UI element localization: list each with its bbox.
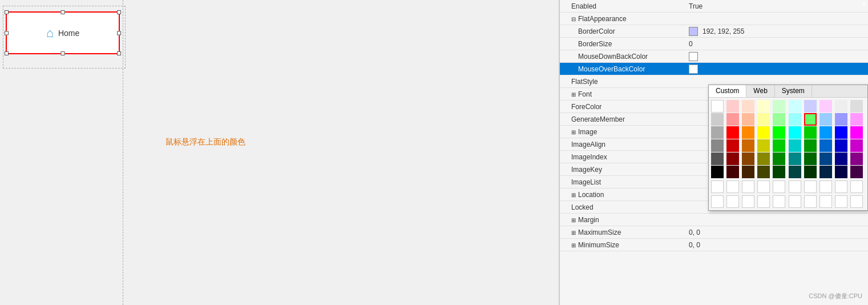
color-cell[interactable] — [726, 126, 739, 139]
color-cell[interactable] — [835, 166, 847, 178]
handle-tr[interactable] — [117, 10, 121, 14]
color-cell[interactable] — [711, 152, 724, 165]
empty-color-cell[interactable] — [804, 195, 817, 208]
handle-bl[interactable] — [5, 51, 9, 55]
color-cell[interactable] — [789, 126, 801, 139]
expand-plus-location-icon[interactable]: ⊞ — [571, 192, 577, 198]
color-cell[interactable] — [804, 166, 817, 178]
color-cell[interactable] — [850, 152, 863, 165]
color-cell[interactable] — [711, 166, 724, 178]
prop-row-bordersize[interactable]: BorderSize 0 — [560, 38, 868, 50]
empty-color-cell[interactable] — [711, 195, 724, 208]
dropdown-arrow-icon[interactable]: ▼ — [861, 1, 867, 7]
empty-color-cell[interactable] — [773, 195, 785, 208]
tab-web[interactable]: Web — [746, 85, 774, 97]
color-cell[interactable] — [835, 126, 847, 139]
color-cell[interactable] — [835, 139, 847, 152]
empty-color-cell[interactable] — [726, 195, 739, 208]
color-cell[interactable] — [804, 126, 817, 139]
empty-color-cell[interactable] — [757, 195, 770, 208]
color-cell[interactable] — [742, 139, 754, 152]
color-cell[interactable] — [711, 100, 724, 113]
expand-minus-icon[interactable]: ⊟ — [571, 16, 577, 22]
color-cell[interactable] — [804, 152, 817, 165]
empty-color-cell[interactable] — [726, 180, 739, 193]
tab-custom[interactable]: Custom — [709, 85, 746, 97]
color-cell[interactable] — [726, 100, 739, 113]
expand-plus-margin-icon[interactable]: ⊞ — [571, 217, 577, 223]
color-cell[interactable] — [789, 139, 801, 152]
color-cell[interactable] — [742, 166, 754, 178]
color-cell[interactable] — [726, 113, 739, 126]
color-cell[interactable] — [742, 126, 754, 139]
handle-ml[interactable] — [5, 31, 9, 35]
color-cell[interactable] — [726, 166, 739, 178]
prop-row-mouseoverbackcolor[interactable]: MouseOverBackColor ▼ — [560, 63, 868, 75]
color-cell[interactable] — [757, 139, 770, 152]
color-cell[interactable] — [850, 126, 863, 139]
empty-color-cell[interactable] — [742, 180, 754, 193]
color-cell[interactable] — [711, 126, 724, 139]
empty-color-cell[interactable] — [850, 180, 863, 193]
prop-row-bordercolor[interactable]: BorderColor 192, 192, 255 — [560, 25, 868, 38]
prop-row-margin[interactable]: ⊞Margin — [560, 214, 868, 226]
color-cell[interactable] — [789, 166, 801, 178]
expand-plus-font-icon[interactable]: ⊞ — [571, 91, 577, 98]
handle-br[interactable] — [117, 51, 121, 55]
color-cell[interactable] — [819, 152, 832, 165]
empty-color-cell[interactable] — [789, 180, 801, 193]
empty-color-cell[interactable] — [835, 180, 847, 193]
color-cell[interactable] — [742, 113, 754, 126]
color-cell[interactable] — [757, 113, 770, 126]
color-cell[interactable] — [819, 126, 832, 139]
color-cell[interactable] — [819, 100, 832, 113]
empty-color-cell[interactable] — [742, 195, 754, 208]
handle-tl[interactable] — [5, 10, 9, 14]
color-cell[interactable] — [726, 152, 739, 165]
color-cell[interactable] — [757, 152, 770, 165]
color-cell-selected[interactable] — [804, 113, 817, 126]
color-cell[interactable] — [742, 100, 754, 113]
color-cell[interactable] — [789, 152, 801, 165]
color-cell[interactable] — [789, 113, 801, 126]
expand-plus-image-icon[interactable]: ⊞ — [571, 129, 577, 135]
color-cell[interactable] — [726, 139, 739, 152]
color-cell[interactable] — [789, 100, 801, 113]
color-cell[interactable] — [804, 100, 817, 113]
color-cell[interactable] — [773, 166, 785, 178]
prop-row-flatappearance[interactable]: ⊟FlatAppearance — [560, 13, 868, 25]
prop-row-minimumsize[interactable]: ⊞MinimumSize 0, 0 — [560, 239, 868, 251]
prop-row-enabled[interactable]: Enabled True — [560, 0, 868, 13]
color-cell[interactable] — [773, 152, 785, 165]
color-cell[interactable] — [757, 126, 770, 139]
color-cell[interactable] — [804, 139, 817, 152]
color-cell[interactable] — [742, 152, 754, 165]
color-cell[interactable] — [711, 113, 724, 126]
handle-mr[interactable] — [117, 31, 121, 35]
empty-color-cell[interactable] — [850, 195, 863, 208]
color-cell[interactable] — [711, 139, 724, 152]
empty-color-cell[interactable] — [757, 180, 770, 193]
color-cell[interactable] — [757, 166, 770, 178]
expand-plus-minimumsize-icon[interactable]: ⊞ — [571, 242, 577, 248]
color-cell[interactable] — [835, 152, 847, 165]
color-cell[interactable] — [819, 139, 832, 152]
empty-color-cell[interactable] — [773, 180, 785, 193]
color-cell[interactable] — [773, 113, 785, 126]
color-cell[interactable] — [850, 139, 863, 152]
color-cell[interactable] — [835, 113, 847, 126]
prop-row-maximumsize[interactable]: ⊞MaximumSize 0, 0 — [560, 226, 868, 239]
prop-row-mousedownbackcolor[interactable]: MouseDownBackColor — [560, 50, 868, 63]
tab-system[interactable]: System — [775, 85, 812, 97]
empty-color-cell[interactable] — [711, 180, 724, 193]
color-cell[interactable] — [835, 100, 847, 113]
empty-color-cell[interactable] — [835, 195, 847, 208]
color-cell[interactable] — [850, 113, 863, 126]
color-cell[interactable] — [819, 166, 832, 178]
color-cell[interactable] — [773, 126, 785, 139]
color-cell[interactable] — [757, 100, 770, 113]
color-cell[interactable] — [819, 113, 832, 126]
empty-color-cell[interactable] — [804, 180, 817, 193]
empty-color-cell[interactable] — [819, 180, 832, 193]
handle-tm[interactable] — [61, 10, 65, 14]
